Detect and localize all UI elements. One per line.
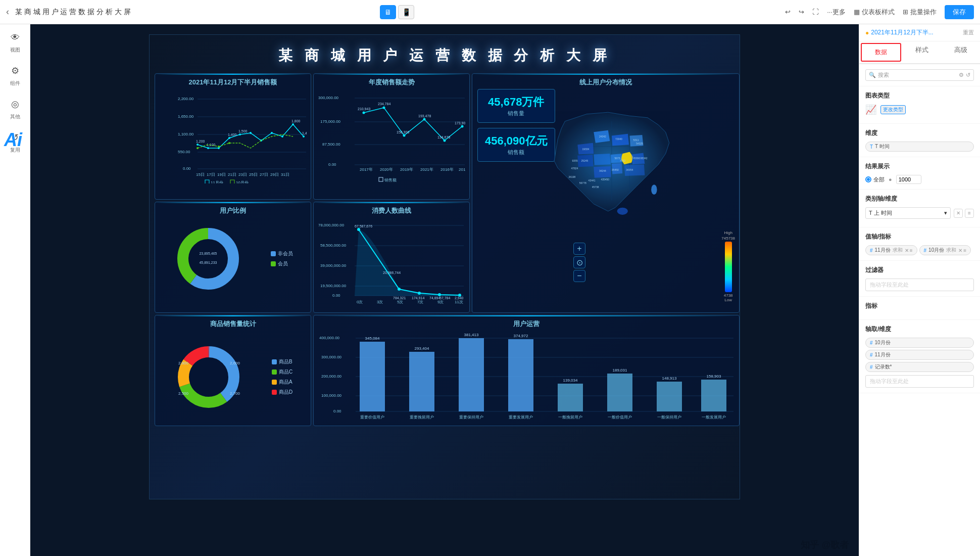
main-layout: 👁 视图 ⚙ 组件 ◎ 其他 ↺ 复用 Ai 某 商 城 用 户 运 营 数 据…	[0, 24, 980, 556]
svg-text:0.00: 0.00	[183, 166, 191, 171]
more-button[interactable]: ···更多	[827, 8, 846, 17]
svg-point-113	[398, 288, 401, 291]
category-value: T 上 时间	[869, 209, 892, 217]
svg-text:重要挽留用户: 重要挽留用户	[410, 415, 434, 420]
legend-low-label: Low	[724, 298, 732, 302]
svg-rect-153	[459, 338, 484, 411]
delete-category-button[interactable]: ✕	[954, 209, 963, 218]
redo-button[interactable]: ↪	[799, 8, 804, 16]
right-panel: ● 2021年11月12月下半... 重置 数据 样式 高级 🔍 搜索 ⚙ ↺ …	[859, 24, 980, 556]
topbar: ‹ 某 商 城 用 户 运 营 数 据 分 析 大 屏 🖥 📱 ↩ ↪ ⛶ ··…	[0, 0, 980, 24]
breadcrumb: ● 2021年11月12月下半...	[865, 28, 934, 37]
change-type-button[interactable]: 更改类型	[880, 105, 906, 114]
svg-text:29日: 29日	[270, 172, 279, 177]
filter-input[interactable]: 拖动字段至此处	[865, 279, 974, 291]
svg-text:72940: 72940	[615, 137, 622, 141]
svg-text:374,972: 374,972	[514, 334, 528, 338]
extract-nov: # 11月份	[865, 350, 974, 360]
china-map: 24342 72940 19334 5311 54325 25245 5673 …	[522, 84, 709, 256]
svg-point-112	[357, 228, 360, 231]
sidebar-item-other[interactable]: ◎ 其他	[8, 97, 22, 120]
batch-button[interactable]: ⊞ 批量操作	[903, 8, 937, 17]
tag-nov-actions: ✕ ≡	[905, 248, 913, 253]
circle-icon: ◎	[8, 97, 22, 111]
svg-text:34354: 34354	[626, 168, 633, 171]
undo-button[interactable]: ↩	[785, 8, 791, 16]
category-select[interactable]: T 上 时间 ▾	[865, 207, 951, 219]
svg-text:重要发展用户: 重要发展用户	[509, 415, 533, 420]
svg-text:39,000,000.00: 39,000,000.00	[320, 263, 347, 268]
sidebar-item-component[interactable]: ⚙ 组件	[8, 64, 22, 87]
search-settings-icon[interactable]: ⚙	[959, 72, 964, 78]
delete-oct-button[interactable]: ✕	[958, 248, 962, 253]
dimension-title: 维度	[865, 129, 974, 137]
delete-nov-button[interactable]: ✕	[905, 248, 909, 253]
breadcrumb-dot: ●	[865, 29, 869, 36]
ratio-donut-chart: 23,895,465 45,891,233	[173, 223, 243, 294]
mobile-device-button[interactable]: 📱	[398, 5, 414, 19]
svg-text:100,000.00: 100,000.00	[321, 393, 342, 398]
svg-rect-163	[701, 380, 726, 411]
result-all-radio[interactable]: 全部	[865, 176, 885, 183]
svg-point-19	[292, 123, 294, 125]
svg-text:10月份: 10月份	[236, 180, 249, 183]
edit-oct-button[interactable]: ≡	[963, 248, 966, 253]
svg-text:27日: 27日	[260, 172, 268, 177]
zoom-out-button[interactable]: −	[573, 270, 585, 282]
svg-text:43441: 43441	[589, 179, 596, 182]
zoom-in-button[interactable]: +	[573, 243, 585, 255]
goods-c-color	[272, 369, 277, 375]
search-box[interactable]: 🔍 搜索 ⚙ ↺	[865, 69, 974, 81]
member-color	[271, 261, 276, 266]
svg-text:2,940: 2,940	[455, 296, 464, 300]
svg-text:26198: 26198	[569, 175, 576, 178]
svg-text:1,200: 1,200	[196, 140, 205, 143]
indicator-section: 指标	[859, 297, 980, 320]
radio-filled	[865, 176, 871, 182]
svg-point-27	[197, 147, 199, 149]
sidebar-item-view[interactable]: 👁 视图	[8, 30, 22, 54]
tab-advanced[interactable]: 高级	[942, 41, 980, 64]
zoom-fit-button[interactable]: ⊙	[573, 256, 585, 268]
tab-style[interactable]: 样式	[903, 41, 941, 64]
chart-type-row: 📈 更改类型	[865, 104, 974, 115]
extract-placeholder[interactable]: 拖动字段至此处	[865, 375, 974, 388]
save-button[interactable]: 保存	[945, 5, 974, 19]
user-ops-panel-title: 用户运营	[318, 319, 735, 329]
svg-rect-151	[409, 352, 434, 411]
refresh-button[interactable]: 重置	[963, 29, 974, 36]
svg-text:234,784: 234,784	[378, 102, 390, 106]
back-button[interactable]: ‹	[6, 7, 9, 17]
annual-chart: 300,000.00 175,000.00 87,500.00 0.00	[318, 90, 465, 183]
extract-fields: # 10月份 # 11月份 # 记录数*	[865, 338, 974, 372]
goods-donut-container: 2,800 2,600 2,500 2,700 商品B	[159, 332, 307, 423]
legend-low-value: 4738	[724, 293, 733, 298]
template-button[interactable]: ▦ 仪表板样式	[854, 8, 895, 17]
svg-text:45738: 45738	[592, 186, 599, 189]
tag-hash-nov: #	[870, 248, 873, 253]
search-refresh-icon[interactable]: ↺	[966, 72, 970, 78]
fullscreen-button[interactable]: ⛶	[812, 8, 819, 16]
svg-point-28	[218, 146, 220, 148]
svg-text:一般发展用户: 一般发展用户	[702, 415, 726, 420]
canvas-area: 某 商 城 用 户 运 营 数 据 分 析 大 屏 2021年11月12月下半月…	[30, 24, 859, 556]
svg-point-53	[403, 134, 406, 137]
batch-icon: ⊞	[903, 8, 908, 16]
result-count-input[interactable]	[896, 175, 921, 184]
edit-category-button[interactable]: ≡	[965, 209, 974, 218]
left-sidebar: 👁 视图 ⚙ 组件 ◎ 其他 ↺ 复用 Ai	[0, 24, 30, 556]
desktop-device-button[interactable]: 🖥	[380, 5, 396, 19]
svg-text:2019年: 2019年	[400, 167, 413, 172]
svg-point-55	[444, 140, 446, 142]
svg-text:9次: 9次	[437, 300, 444, 304]
svg-text:19日: 19日	[217, 172, 226, 177]
search-icon: 🔍	[869, 72, 876, 78]
svg-text:175,000.00: 175,000.00	[320, 119, 341, 124]
svg-text:2,700: 2,700	[230, 391, 240, 396]
edit-nov-button[interactable]: ≡	[910, 248, 913, 253]
value-axis-tags: # 11月份 求和 ✕ ≡ # 10月份 求和 ✕ ≡	[865, 245, 974, 255]
svg-text:56778: 56778	[579, 181, 586, 184]
svg-text:173,902: 173,902	[455, 121, 465, 125]
svg-rect-159	[607, 374, 632, 411]
tab-data[interactable]: 数据	[861, 43, 901, 62]
